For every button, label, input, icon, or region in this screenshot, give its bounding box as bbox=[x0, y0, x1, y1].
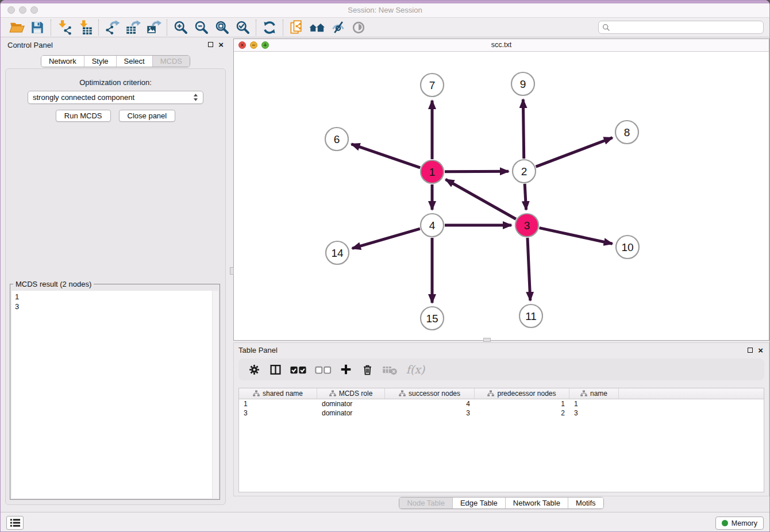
table-options-button[interactable] bbox=[245, 361, 263, 378]
node-4[interactable]: 4 bbox=[421, 214, 444, 237]
mcds-result-text: 1 3 bbox=[11, 291, 218, 313]
select-all-button[interactable] bbox=[288, 361, 309, 378]
tab-mcds[interactable]: MCDS bbox=[152, 56, 190, 67]
svg-text:15: 15 bbox=[426, 313, 438, 325]
save-session-button[interactable] bbox=[27, 19, 48, 36]
table-body: 1dominator4113dominator323 bbox=[239, 399, 764, 418]
search-box[interactable] bbox=[598, 21, 764, 34]
optimization-criterion-select[interactable]: strongly connected component bbox=[28, 91, 203, 104]
node-15[interactable]: 15 bbox=[421, 307, 444, 330]
node-table[interactable]: shared nameMCDS rolesuccessor nodesprede… bbox=[238, 388, 764, 492]
mcds-result-area[interactable]: 1 3 bbox=[11, 291, 218, 498]
close-window-icon[interactable] bbox=[7, 6, 15, 14]
hide-selected-button[interactable] bbox=[328, 19, 348, 36]
close-panel-button[interactable]: Close panel bbox=[119, 110, 176, 122]
table-row[interactable]: 1dominator411 bbox=[239, 399, 764, 408]
column-header-successor-nodes[interactable]: successor nodes bbox=[385, 388, 475, 399]
zoom-in-button[interactable] bbox=[170, 19, 191, 36]
search-input[interactable] bbox=[610, 24, 760, 32]
vertical-splitter-grip[interactable] bbox=[230, 267, 234, 275]
node-1[interactable]: 1 bbox=[421, 160, 444, 183]
zoom-selected-button[interactable] bbox=[232, 19, 253, 36]
application-window: Session: New Session bbox=[0, 0, 770, 532]
export-table-button[interactable] bbox=[122, 19, 143, 36]
table-cell: 2 bbox=[475, 408, 569, 418]
refresh-icon bbox=[262, 20, 277, 35]
column-header-predecessor-nodes[interactable]: predecessor nodes bbox=[475, 388, 569, 399]
node-8[interactable]: 8 bbox=[615, 121, 638, 144]
show-columns-button[interactable] bbox=[267, 361, 284, 378]
tab-select[interactable]: Select bbox=[116, 56, 152, 67]
float-panel-icon[interactable] bbox=[208, 42, 213, 47]
plus-icon bbox=[340, 363, 352, 376]
refresh-layout-button[interactable] bbox=[259, 19, 280, 36]
network-graph[interactable]: 7968124314101511 bbox=[234, 52, 769, 340]
zoom-fit-button[interactable] bbox=[211, 19, 232, 36]
delete-columns-button[interactable] bbox=[359, 361, 376, 378]
network-zoom-icon[interactable]: + bbox=[261, 41, 269, 49]
deselect-all-button[interactable] bbox=[313, 361, 333, 378]
memory-status-icon bbox=[722, 520, 728, 526]
zoom-out-button[interactable] bbox=[191, 19, 211, 36]
tab-edge-table[interactable]: Edge Table bbox=[452, 498, 505, 508]
tab-network[interactable]: Network bbox=[41, 56, 84, 67]
task-history-button[interactable] bbox=[6, 516, 24, 530]
node-9[interactable]: 9 bbox=[511, 72, 534, 95]
first-neighbors-button[interactable] bbox=[307, 19, 328, 36]
tab-motifs[interactable]: Motifs bbox=[568, 498, 603, 508]
import-table-button[interactable] bbox=[75, 19, 95, 36]
node-2[interactable]: 2 bbox=[513, 160, 536, 183]
window-controls[interactable] bbox=[7, 6, 38, 14]
new-network-from-selection-button[interactable] bbox=[286, 19, 307, 36]
column-header-shared-name[interactable]: shared name bbox=[239, 388, 317, 399]
zoom-window-icon[interactable] bbox=[30, 6, 38, 14]
edge-2-3[interactable] bbox=[525, 184, 526, 210]
node-10[interactable]: 10 bbox=[616, 236, 639, 259]
close-table-panel-icon[interactable]: × bbox=[758, 347, 763, 353]
import-network-button[interactable] bbox=[54, 19, 75, 36]
memory-button[interactable]: Memory bbox=[715, 516, 764, 530]
edge-3-1[interactable] bbox=[446, 179, 516, 219]
node-3[interactable]: 3 bbox=[515, 214, 538, 237]
show-all-button[interactable] bbox=[348, 19, 369, 36]
zoom-in-icon bbox=[173, 20, 188, 35]
function-builder-button[interactable]: f(x) bbox=[403, 361, 428, 378]
node-7[interactable]: 7 bbox=[421, 74, 444, 97]
graph-edges[interactable] bbox=[352, 99, 613, 303]
table-cell: 3 bbox=[569, 408, 619, 418]
network-close-icon[interactable]: × bbox=[238, 41, 246, 49]
float-table-panel-icon[interactable] bbox=[748, 348, 753, 353]
edge-3-11[interactable] bbox=[528, 238, 530, 300]
export-image-button[interactable] bbox=[143, 19, 164, 36]
run-mcds-button[interactable]: Run MCDS bbox=[56, 110, 111, 122]
network-canvas[interactable]: 7968124314101511 bbox=[234, 52, 769, 340]
open-session-button[interactable] bbox=[6, 19, 27, 36]
tab-network-table[interactable]: Network Table bbox=[505, 498, 568, 508]
column-header-MCDS-role[interactable]: MCDS role bbox=[317, 388, 385, 399]
hierarchy-icon bbox=[580, 390, 587, 397]
edge-2-8[interactable] bbox=[536, 138, 613, 167]
edge-2-9[interactable] bbox=[523, 99, 523, 159]
node-11[interactable]: 11 bbox=[519, 304, 542, 327]
result-scrollbar[interactable] bbox=[212, 291, 218, 498]
horizontal-splitter-grip[interactable] bbox=[483, 338, 491, 342]
node-14[interactable]: 14 bbox=[326, 241, 349, 264]
hierarchy-icon bbox=[253, 390, 260, 397]
close-panel-icon[interactable]: × bbox=[218, 41, 224, 48]
column-header-name[interactable]: name bbox=[569, 388, 619, 399]
create-column-button[interactable] bbox=[337, 361, 355, 378]
minimize-window-icon[interactable] bbox=[19, 6, 26, 14]
table-row[interactable]: 3dominator323 bbox=[239, 408, 764, 418]
edge-3-10[interactable] bbox=[539, 228, 612, 244]
export-network-button[interactable] bbox=[102, 19, 122, 36]
tab-style[interactable]: Style bbox=[84, 56, 116, 67]
edge-4-14[interactable] bbox=[352, 229, 420, 248]
network-minimize-icon[interactable]: − bbox=[250, 41, 257, 49]
tab-node-table[interactable]: Node Table bbox=[399, 498, 452, 508]
table-cell: dominator bbox=[317, 399, 385, 408]
edge-1-2[interactable] bbox=[445, 171, 509, 172]
delete-table-button[interactable] bbox=[380, 361, 399, 378]
network-window-titlebar[interactable]: × − + scc.txt bbox=[234, 39, 769, 52]
edge-1-6[interactable] bbox=[352, 144, 421, 168]
node-6[interactable]: 6 bbox=[325, 128, 348, 151]
